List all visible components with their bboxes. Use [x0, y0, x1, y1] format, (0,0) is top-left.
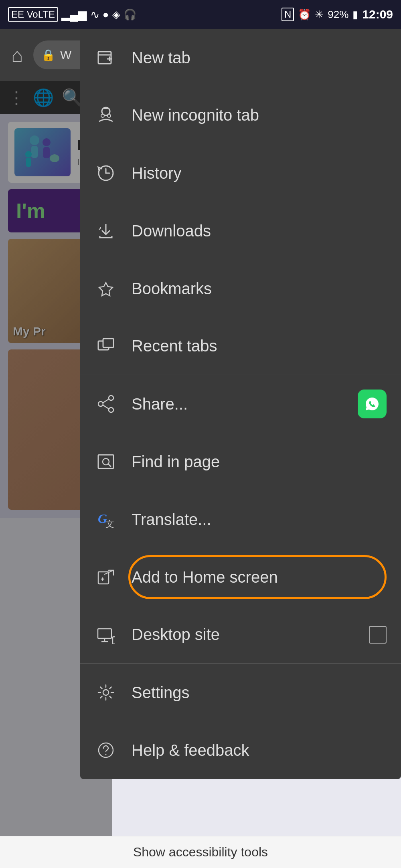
svg-point-23	[109, 408, 113, 412]
menu-item-settings[interactable]: Settings	[80, 664, 401, 721]
svg-line-24	[103, 399, 109, 403]
time-display: 12:09	[362, 8, 393, 21]
menu-item-share[interactable]: Share...	[80, 375, 401, 433]
menu-item-bookmarks[interactable]: Bookmarks	[80, 260, 401, 317]
svg-rect-14	[103, 107, 108, 109]
svg-rect-19	[103, 339, 113, 347]
desktop-site-label: Desktop site	[132, 626, 354, 644]
history-label: History	[132, 164, 387, 182]
help-icon	[95, 739, 117, 761]
new-tab-icon	[95, 46, 117, 69]
recent-tabs-label: Recent tabs	[132, 337, 387, 355]
menu-item-history[interactable]: History	[80, 144, 401, 202]
menu-item-find-in-page[interactable]: Find in page	[80, 433, 401, 491]
svg-marker-17	[99, 283, 113, 296]
bookmarks-label: Bookmarks	[132, 280, 387, 298]
status-bar: EE VoLTE ▂▄▆ ∿ ● ◈ 🎧 N ⏰ ✳ 92% ▮ 12:09	[0, 0, 401, 29]
whatsapp-badge	[358, 390, 387, 418]
menu-item-downloads[interactable]: Downloads	[80, 202, 401, 260]
svg-point-39	[105, 754, 107, 755]
downloads-icon	[95, 220, 117, 242]
recent-tabs-icon	[95, 335, 117, 357]
svg-point-13	[107, 114, 111, 117]
spotify-icon: ●	[103, 8, 109, 21]
nfc-icon: N	[282, 8, 294, 21]
find-in-page-label: Find in page	[132, 453, 387, 471]
battery-text: 92%	[328, 8, 348, 21]
menu-item-translate[interactable]: G 文 Translate...	[80, 491, 401, 548]
accessibility-label: Show accessibility tools	[133, 845, 268, 860]
home-icon[interactable]: ⌂	[8, 41, 26, 69]
translate-label: Translate...	[132, 511, 387, 529]
svg-point-21	[109, 396, 113, 400]
svg-point-22	[98, 402, 103, 406]
svg-rect-32	[98, 572, 109, 584]
bluetooth-icon: ✳	[315, 8, 324, 21]
add-to-home-icon	[95, 566, 117, 588]
translate-icon: G 文	[95, 508, 117, 531]
share-label: Share...	[132, 395, 343, 413]
wifi-icon: ∿	[90, 8, 99, 21]
share-icon	[95, 393, 117, 415]
accessibility-bar[interactable]: Show accessibility tools	[0, 836, 401, 868]
incognito-icon	[95, 104, 117, 127]
alarm-icon: ⏰	[298, 8, 311, 21]
address-text: W	[60, 48, 71, 62]
menu-item-recent-tabs[interactable]: Recent tabs	[80, 317, 401, 375]
svg-text:文: 文	[105, 519, 114, 529]
svg-point-38	[99, 743, 113, 757]
menu-item-add-to-home[interactable]: Add to Home screen	[80, 548, 401, 606]
carrier-text: EE VoLTE	[8, 7, 58, 22]
status-left: EE VoLTE ▂▄▆ ∿ ● ◈ 🎧	[8, 7, 136, 22]
desktop-site-icon	[95, 624, 117, 646]
new-incognito-label: New incognito tab	[132, 106, 387, 124]
svg-rect-33	[98, 629, 111, 638]
dropdown-menu: New tab New incognito tab History	[80, 29, 401, 779]
battery-icon: ▮	[352, 8, 358, 21]
bookmarks-icon	[95, 277, 117, 300]
add-to-home-label: Add to Home screen	[132, 568, 387, 586]
media-icon: ◈	[112, 8, 120, 21]
svg-line-29	[108, 464, 111, 467]
help-feedback-label: Help & feedback	[132, 741, 387, 759]
new-tab-label: New tab	[132, 49, 387, 67]
svg-line-25	[103, 405, 109, 409]
find-in-page-icon	[95, 450, 117, 473]
menu-item-help-feedback[interactable]: Help & feedback	[80, 721, 401, 779]
status-right: N ⏰ ✳ 92% ▮ 12:09	[282, 8, 393, 21]
menu-item-desktop-site[interactable]: Desktop site	[80, 606, 401, 664]
menu-item-new-incognito-tab[interactable]: New incognito tab	[80, 87, 401, 144]
menu-item-new-tab[interactable]: New tab	[80, 29, 401, 87]
svg-rect-36	[113, 637, 115, 644]
settings-icon	[95, 681, 117, 704]
downloads-label: Downloads	[132, 222, 387, 240]
svg-point-37	[103, 690, 109, 695]
svg-point-12	[101, 114, 104, 117]
signal-icon: ▂▄▆	[61, 8, 87, 21]
headphone-icon: 🎧	[124, 8, 136, 21]
lock-icon: 🔒	[41, 48, 55, 62]
history-icon	[95, 162, 117, 184]
settings-label: Settings	[132, 684, 387, 702]
desktop-site-checkbox[interactable]	[369, 626, 387, 644]
